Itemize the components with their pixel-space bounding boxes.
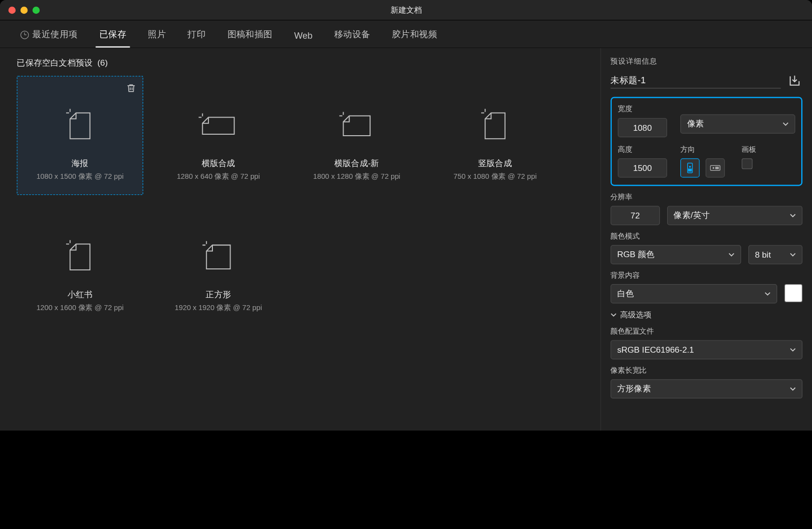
doc-icon [199,103,238,143]
preset-name: 小红书 [68,289,93,300]
preset-name: 正方形 [206,289,231,300]
preset-dims: 750 x 1080 像素 @ 72 ppi [453,171,536,182]
background-label: 背景内容 [610,270,802,281]
svg-point-16 [713,167,715,169]
color-mode-select[interactable]: RGB 颜色 [610,245,741,264]
svg-rect-14 [688,168,692,171]
resolution-unit-select[interactable]: 像素/英寸 [667,206,803,225]
preset-card[interactable]: 海报 1080 x 1500 像素 @ 72 ppi [17,76,143,195]
chevron-down-icon [728,252,734,258]
panel-heading: 预设详细信息 [610,57,802,67]
save-preset-icon[interactable] [787,73,803,89]
chevron-down-icon [765,291,770,297]
chevron-down-icon [790,213,796,218]
background-swatch[interactable] [785,284,803,302]
svg-rect-17 [715,167,719,169]
background-select[interactable]: 白色 [610,284,777,303]
advanced-toggle[interactable]: 高级选项 [610,310,802,320]
advanced-toggle-label: 高级选项 [620,310,651,320]
close-window-light[interactable] [8,6,16,14]
tab-label: 最近使用项 [32,29,77,40]
background-value: 白色 [617,289,634,299]
preset-card[interactable]: 横版合成-新 1800 x 1280 像素 @ 72 ppi [294,76,420,195]
doc-icon [475,103,515,143]
tab-label: 移动设备 [334,29,371,40]
resolution-label: 分辨率 [610,192,802,202]
tab-print[interactable]: 打印 [184,29,209,48]
preset-dims: 1080 x 1500 像素 @ 72 ppi [36,171,123,182]
width-input[interactable] [618,118,667,137]
preset-dims: 1800 x 1280 像素 @ 72 ppi [313,171,400,182]
preset-details-panel: 预设详细信息 宽度 [601,48,812,431]
titlebar: 新建文档 [0,0,812,21]
chevron-down-icon [790,347,796,353]
category-tabs: 最近使用项 已保存 照片 打印 图稿和插图 Web 移动设备 胶片和视频 [0,21,812,48]
tab-photo[interactable]: 照片 [144,29,170,48]
preset-name: 竖版合成 [478,158,512,169]
color-mode-value: RGB 颜色 [617,249,654,260]
orientation-portrait[interactable] [680,158,699,177]
tab-recent[interactable]: 最近使用项 [17,29,81,48]
portrait-icon [685,163,696,173]
orientation-label: 方向 [680,144,735,155]
dimensions-group: 宽度 像素 高度 [610,97,802,186]
delete-preset-button[interactable] [126,82,137,93]
preset-name: 海报 [71,158,88,169]
chevron-down-icon [610,312,616,318]
tab-label: 打印 [187,29,206,40]
preset-dims: 1200 x 1600 像素 @ 72 ppi [36,303,123,313]
preset-dims: 1280 x 640 像素 @ 72 ppi [177,171,260,182]
preset-card[interactable]: 竖版合成 750 x 1080 像素 @ 72 ppi [432,76,558,195]
tab-label: 已保存 [99,29,126,40]
pixel-aspect-value: 方形像素 [617,384,651,394]
preset-card[interactable]: 横版合成 1280 x 640 像素 @ 72 ppi [155,76,281,195]
document-name-input[interactable] [610,73,781,89]
bit-depth-value: 8 bit [755,250,771,260]
tab-mobile[interactable]: 移动设备 [330,29,373,48]
preset-card[interactable]: 正方形 1920 x 1920 像素 @ 72 ppi [155,207,281,326]
doc-icon [60,103,100,143]
landscape-icon [710,163,720,173]
minimize-window-light[interactable] [21,6,28,14]
pixel-aspect-select[interactable]: 方形像素 [610,379,802,398]
bit-depth-select[interactable]: 8 bit [748,245,803,264]
preset-dims: 1920 x 1920 像素 @ 72 ppi [175,303,262,313]
artboard-checkbox[interactable] [742,158,752,169]
tab-label: 照片 [148,29,166,40]
orientation-landscape[interactable] [706,158,725,177]
color-mode-label: 颜色模式 [610,231,802,241]
resolution-input[interactable] [610,206,660,225]
artboard-label: 画板 [742,144,756,155]
width-label: 宽度 [618,104,673,115]
tab-label: Web [294,30,313,40]
clock-icon [21,30,29,39]
preset-name: 横版合成-新 [334,158,379,169]
unit-select[interactable]: 像素 [680,115,795,134]
unit-select-value: 像素 [687,119,704,129]
tab-web[interactable]: Web [291,30,316,48]
window-title: 新建文档 [0,4,812,15]
gallery-count: (6) [97,58,108,69]
preset-card[interactable]: 小红书 1200 x 1600 像素 @ 72 ppi [17,207,143,326]
chevron-down-icon [790,252,796,258]
doc-icon [337,103,376,143]
doc-icon [60,234,100,273]
profile-label: 颜色配置文件 [610,326,802,337]
svg-point-13 [689,166,691,168]
par-label: 像素长宽比 [610,365,802,376]
preset-name: 横版合成 [202,158,235,169]
tab-saved[interactable]: 已保存 [95,29,130,48]
resolution-unit-value: 像素/英寸 [673,210,710,221]
preset-gallery: 已保存空白文档预设 (6) 海报 1080 x 1500 像素 @ 72 ppi [0,48,601,431]
color-profile-select[interactable]: sRGB IEC61966-2.1 [610,340,802,359]
chevron-down-icon [783,121,789,127]
tab-art[interactable]: 图稿和插图 [224,29,276,48]
doc-icon [199,234,238,273]
chevron-down-icon [790,386,796,392]
new-document-window: 新建文档 最近使用项 已保存 照片 打印 图稿和插图 Web 移动设备 胶片和视… [0,0,812,431]
height-input[interactable] [618,158,667,177]
color-profile-value: sRGB IEC61966-2.1 [617,345,694,355]
tab-label: 图稿和插图 [228,29,273,40]
tab-film[interactable]: 胶片和视频 [388,29,441,48]
zoom-window-light[interactable] [32,6,40,14]
